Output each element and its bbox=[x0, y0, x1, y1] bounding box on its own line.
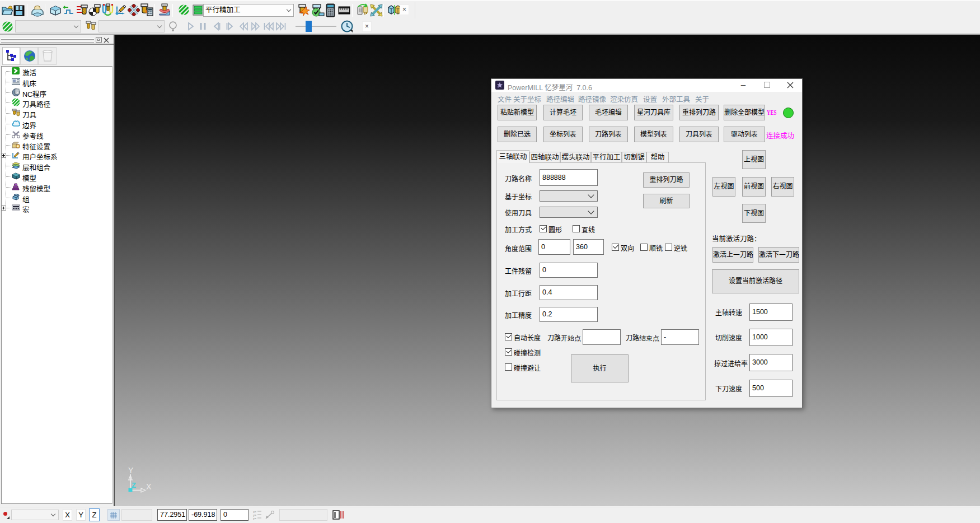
svg-text:X: X bbox=[146, 482, 152, 491]
svg-text:z=: z= bbox=[253, 517, 256, 520]
svg-text:Y: Y bbox=[128, 466, 134, 475]
